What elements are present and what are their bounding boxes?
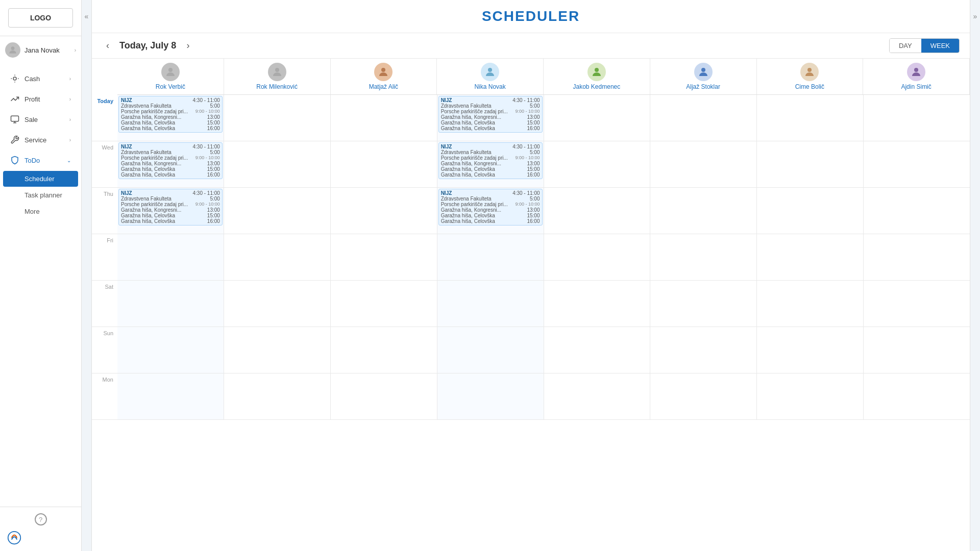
event-loc4: Garažna hiša, Celovška 15:00	[121, 213, 220, 218]
svg-point-1	[13, 77, 16, 80]
cell-fri-rok-v[interactable]	[117, 234, 224, 280]
cell-sun-jakob[interactable]	[544, 327, 651, 373]
cell-sat-aljaz[interactable]	[650, 281, 757, 327]
cell-today-aljaz[interactable]	[650, 95, 757, 141]
cell-wed-nika[interactable]: NIJZ 4:30 - 11:00 Zdravstvena Fakulteta …	[437, 141, 544, 187]
cell-thu-ajdin[interactable]	[864, 188, 970, 234]
day-row-mon: Mon	[92, 373, 970, 420]
cell-sun-nika[interactable]	[437, 327, 544, 373]
cell-wed-aljaz[interactable]	[650, 141, 757, 187]
right-collapse-btn[interactable]: »	[973, 12, 977, 20]
cell-sat-jakob[interactable]	[544, 281, 651, 327]
cell-today-rok-v[interactable]: NIJZ 4:30 - 11:00 Zdravstvena Fakulteta …	[117, 95, 224, 141]
cell-mon-jakob[interactable]	[544, 373, 651, 419]
sidebar-footer: ?	[0, 507, 81, 551]
page-header: SCHEDULER	[92, 0, 970, 33]
week-view-button[interactable]: WEEK	[921, 39, 959, 53]
todo-label: ToDo	[24, 157, 40, 164]
cell-wed-rok-v[interactable]: NIJZ 4:30 - 11:00 Zdravstvena Fakulteta …	[117, 141, 224, 187]
cell-today-nika[interactable]: NIJZ 4:30 - 11:00 Zdravstvena Fakulteta …	[437, 95, 544, 141]
cell-fri-matjaz[interactable]	[331, 234, 437, 280]
cell-sun-cime[interactable]	[757, 327, 864, 373]
cell-sat-cime[interactable]	[757, 281, 864, 327]
subnav-more[interactable]: More	[3, 204, 78, 219]
cell-wed-cime[interactable]	[757, 141, 864, 187]
event-card[interactable]: NIJZ 4:30 - 11:00 Zdravstvena Fakulteta …	[118, 189, 223, 226]
help-button[interactable]: ?	[7, 513, 74, 525]
event-loc5: Garažna hiša, Celovška 16:00	[441, 218, 540, 224]
scheduler-container: ‹ Today, July 8 › DAY WEEK Rok Verbič	[92, 33, 970, 551]
subnav-scheduler[interactable]: Scheduler	[3, 171, 78, 187]
cell-today-matjaz[interactable]	[331, 95, 437, 141]
event-card[interactable]: NIJZ 4:30 - 11:00 Zdravstvena Fakulteta …	[438, 96, 543, 133]
cell-sun-matjaz[interactable]	[331, 327, 437, 373]
svg-point-8	[381, 68, 385, 72]
cell-today-cime[interactable]	[757, 95, 864, 141]
cell-thu-rok-m[interactable]	[224, 188, 331, 234]
event-loc4: Garažna hiša, Celovška 15:00	[441, 120, 540, 126]
cell-sat-rok-m[interactable]	[224, 281, 331, 327]
cell-fri-nika[interactable]	[437, 234, 544, 280]
cell-today-ajdin[interactable]	[864, 95, 970, 141]
day-row-thu: Thu NIJZ 4:30 - 11:00 Zdravstvena Fakult…	[92, 188, 970, 234]
cell-sun-rok-m[interactable]	[224, 327, 331, 373]
day-row-fri: Fri	[92, 234, 970, 281]
person-icon	[271, 66, 283, 78]
cell-sun-aljaz[interactable]	[650, 327, 757, 373]
cell-wed-matjaz[interactable]	[331, 141, 437, 187]
cell-thu-jakob[interactable]	[544, 188, 651, 234]
sidebar-item-sale[interactable]: Sale ›	[3, 110, 78, 129]
cell-thu-nika[interactable]: NIJZ 4:30 - 11:00 Zdravstvena Fakulteta …	[437, 188, 544, 234]
cell-today-rok-m[interactable]	[224, 95, 331, 141]
left-collapse-btn[interactable]: «	[85, 12, 89, 20]
cell-fri-rok-m[interactable]	[224, 234, 331, 280]
cell-wed-jakob[interactable]	[544, 141, 651, 187]
event-card[interactable]: NIJZ 4:30 - 11:00 Zdravstvena Fakulteta …	[118, 96, 223, 133]
cell-fri-ajdin[interactable]	[864, 234, 970, 280]
subnav-task-planner[interactable]: Task planner	[3, 187, 78, 203]
cell-mon-nika[interactable]	[437, 373, 544, 419]
staff-col-rok-m: Rok Milenković	[224, 59, 331, 94]
day-label-today: Today	[92, 95, 117, 141]
cell-sat-rok-v[interactable]	[117, 281, 224, 327]
cell-mon-rok-v[interactable]	[117, 373, 224, 419]
next-button[interactable]: ›	[182, 38, 193, 53]
event-location: Zdravstvena Fakulteta 5:00	[121, 196, 220, 202]
cell-mon-matjaz[interactable]	[331, 373, 437, 419]
cell-today-jakob[interactable]	[544, 95, 651, 141]
event-card[interactable]: NIJZ 4:30 - 11:00 Zdravstvena Fakulteta …	[438, 189, 543, 226]
cell-sat-nika[interactable]	[437, 281, 544, 327]
event-card[interactable]: NIJZ 4:30 - 11:00 Zdravstvena Fakulteta …	[118, 142, 223, 179]
day-view-button[interactable]: DAY	[890, 39, 921, 53]
cell-sun-rok-v[interactable]	[117, 327, 224, 373]
event-card[interactable]: NIJZ 4:30 - 11:00 Zdravstvena Fakulteta …	[438, 142, 543, 179]
prev-button[interactable]: ‹	[102, 38, 113, 53]
cell-thu-rok-v[interactable]: NIJZ 4:30 - 11:00 Zdravstvena Fakulteta …	[117, 188, 224, 234]
cell-fri-aljaz[interactable]	[650, 234, 757, 280]
event-location: Zdravstvena Fakulteta 5:00	[121, 103, 220, 109]
sidebar-item-service[interactable]: Service ›	[3, 130, 78, 149]
cell-thu-aljaz[interactable]	[650, 188, 757, 234]
cell-wed-ajdin[interactable]	[864, 141, 970, 187]
cell-sun-ajdin[interactable]	[864, 327, 970, 373]
person-icon	[910, 66, 922, 78]
cell-mon-cime[interactable]	[757, 373, 864, 419]
user-profile[interactable]: Jana Novak ›	[0, 36, 81, 64]
cell-mon-ajdin[interactable]	[864, 373, 970, 419]
cell-thu-cime[interactable]	[757, 188, 864, 234]
todo-subnav: Scheduler Task planner More	[0, 171, 81, 219]
help-icon: ?	[35, 513, 47, 525]
cell-thu-matjaz[interactable]	[331, 188, 437, 234]
cell-mon-rok-m[interactable]	[224, 373, 331, 419]
sidebar-item-profit[interactable]: Profit ›	[3, 89, 78, 109]
event-loc3: Garažna hiša, Kongresni... 13:00	[121, 114, 220, 120]
cell-sat-matjaz[interactable]	[331, 281, 437, 327]
cell-mon-aljaz[interactable]	[650, 373, 757, 419]
cell-fri-jakob[interactable]	[544, 234, 651, 280]
sidebar-item-todo[interactable]: ToDo ⌄	[3, 151, 78, 170]
cell-fri-cime[interactable]	[757, 234, 864, 280]
sidebar-item-cash[interactable]: Cash ›	[3, 69, 78, 88]
cell-sat-ajdin[interactable]	[864, 281, 970, 327]
staff-name-cime: Cime Bolič	[795, 83, 824, 90]
cell-wed-rok-m[interactable]	[224, 141, 331, 187]
